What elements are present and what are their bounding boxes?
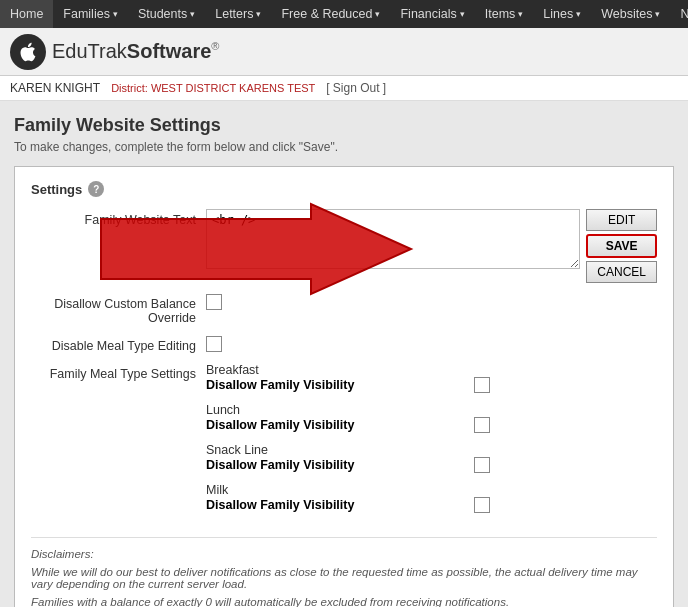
chevron-down-icon: ▾ [113,9,118,19]
disallow-custom-balance-label: Disallow Custom Balance Override [31,293,206,325]
edit-button[interactable]: EDIT [586,209,657,231]
nav-letters[interactable]: Letters ▾ [205,0,271,28]
disclaimers-line1: While we will do our best to deliver not… [31,566,657,590]
snack-name: Snack Line [206,443,657,457]
snack-checkbox[interactable] [474,457,490,473]
breakfast-name: Breakfast [206,363,657,377]
nav-items[interactable]: Items ▾ [475,0,534,28]
website-text-row: Family Website Text <br /> EDIT SAVE CAN… [31,209,657,283]
nav-free-reduced[interactable]: Free & Reduced ▾ [271,0,390,28]
meal-types-control: Breakfast Disallow Family Visibility Lun… [206,363,657,523]
nav-families[interactable]: Families ▾ [53,0,128,28]
website-text-label: Family Website Text [31,209,206,227]
website-text-input[interactable]: <br /> [206,209,580,269]
disallow-custom-balance-row: Disallow Custom Balance Override [31,293,657,325]
lunch-checkbox[interactable] [474,417,490,433]
breakfast-checkbox[interactable] [474,377,490,393]
settings-header: Settings ? [31,181,657,197]
breakfast-group: Breakfast Disallow Family Visibility [206,363,657,393]
disable-meal-type-row: Disable Meal Type Editing [31,335,657,353]
snack-sub-label: Disallow Family Visibility [206,458,354,472]
lunch-name: Lunch [206,403,657,417]
help-icon[interactable]: ? [88,181,104,197]
milk-checkbox[interactable] [474,497,490,513]
sign-out-link[interactable]: [ Sign Out ] [326,81,386,95]
chevron-down-icon: ▾ [256,9,261,19]
disclaimers-line2: Families with a balance of exactly 0 wil… [31,596,657,607]
disclaimers-header: Disclaimers: [31,548,657,560]
chevron-down-icon: ▾ [190,9,195,19]
user-bar: KAREN KNIGHT District: WEST DISTRICT KAR… [0,76,688,101]
page-subtitle: To make changes, complete the form below… [14,140,674,154]
chevron-down-icon: ▾ [576,9,581,19]
nav-students[interactable]: Students ▾ [128,0,205,28]
disable-meal-type-checkbox[interactable] [206,336,222,352]
breakfast-check-row: Disallow Family Visibility [206,377,657,393]
nav-home[interactable]: Home [0,0,53,28]
user-name: KAREN KNIGHT [10,81,100,95]
logo-bar: EduTrakSoftware® [0,28,688,76]
disallow-custom-balance-control [206,293,657,310]
chevron-down-icon: ▾ [655,9,660,19]
snack-check-row: Disallow Family Visibility [206,457,657,473]
milk-name: Milk [206,483,657,497]
milk-sub-label: Disallow Family Visibility [206,498,354,512]
disable-meal-type-control [206,335,657,352]
family-meal-type-row: Family Meal Type Settings Breakfast Disa… [31,363,657,523]
nav-websites[interactable]: Websites ▾ [591,0,670,28]
lunch-check-row: Disallow Family Visibility [206,417,657,433]
snack-group: Snack Line Disallow Family Visibility [206,443,657,473]
breakfast-sub-label: Disallow Family Visibility [206,378,354,392]
apple-icon [17,41,39,63]
nav-more[interactable]: No [670,0,688,28]
chevron-down-icon: ▾ [375,9,380,19]
website-text-control: <br /> [206,209,580,272]
logo-icon [10,34,46,70]
family-meal-type-label: Family Meal Type Settings [31,363,206,381]
district-info: District: WEST DISTRICT KARENS TEST [111,82,318,94]
chevron-down-icon: ▾ [460,9,465,19]
action-buttons: EDIT SAVE CANCEL [586,209,657,283]
page-title: Family Website Settings [14,115,674,136]
lunch-sub-label: Disallow Family Visibility [206,418,354,432]
top-navigation: Home Families ▾ Students ▾ Letters ▾ Fre… [0,0,688,28]
nav-financials[interactable]: Financials ▾ [390,0,474,28]
nav-lines[interactable]: Lines ▾ [533,0,591,28]
main-content: Family Website Settings To make changes,… [0,101,688,607]
logo-text: EduTrakSoftware® [52,40,219,63]
cancel-button[interactable]: CANCEL [586,261,657,283]
disable-meal-type-label: Disable Meal Type Editing [31,335,206,353]
lunch-group: Lunch Disallow Family Visibility [206,403,657,433]
save-button[interactable]: SAVE [586,234,657,258]
disclaimers-section: Disclaimers: While we will do our best t… [31,537,657,607]
chevron-down-icon: ▾ [518,9,523,19]
settings-box: Settings ? Family Website Text <br /> ED… [14,166,674,607]
milk-group: Milk Disallow Family Visibility [206,483,657,513]
disallow-custom-balance-checkbox[interactable] [206,294,222,310]
milk-check-row: Disallow Family Visibility [206,497,657,513]
